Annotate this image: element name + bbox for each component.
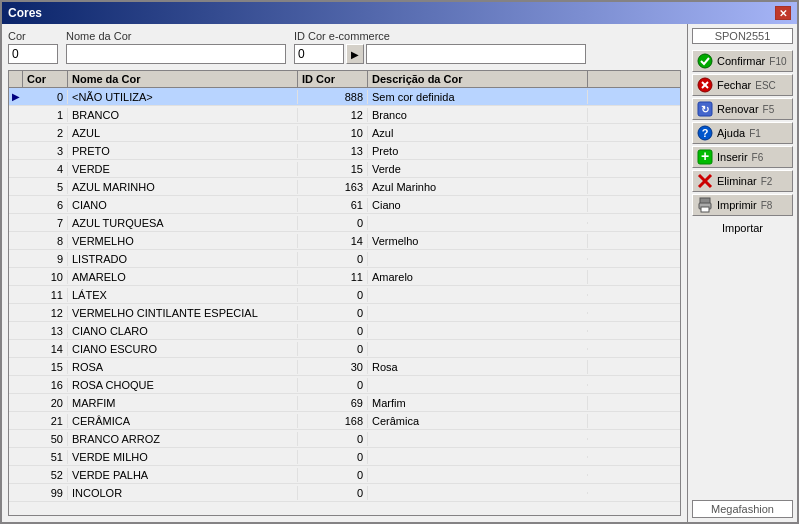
table-body[interactable]: ▶0<NÃO UTILIZA>888Sem cor definida1BRANC… [9, 88, 680, 515]
table-row[interactable]: 8VERMELHO14Vermelho [9, 232, 680, 250]
ajuda-shortcut: F1 [749, 128, 761, 139]
window-title: Cores [8, 6, 42, 20]
main-panel: Cor Nome da Cor ID Cor e-commerce ▶ [2, 24, 687, 522]
table-row[interactable]: 11LÁTEX0 [9, 286, 680, 304]
cell-cor: 9 [23, 252, 68, 266]
cell-id: 0 [298, 432, 368, 446]
insert-icon: + [697, 149, 713, 165]
renovar-button[interactable]: ↻ Renovar F5 [692, 98, 793, 120]
table-row[interactable]: 15ROSA30Rosa [9, 358, 680, 376]
cell-desc [368, 312, 588, 314]
fechar-button[interactable]: Fechar ESC [692, 74, 793, 96]
cell-desc: Marfim [368, 396, 588, 410]
header-id: ID Cor [298, 71, 368, 87]
fechar-label: Fechar [717, 79, 751, 91]
sidebar: SPON2551 Confirmar F10 [687, 24, 797, 522]
table-row[interactable]: 52VERDE PALHA0 [9, 466, 680, 484]
id-ecommerce-input[interactable] [294, 44, 344, 64]
table-row[interactable]: 4VERDE15Verde [9, 160, 680, 178]
fechar-shortcut: ESC [755, 80, 776, 91]
table-row[interactable]: 6CIANO61Ciano [9, 196, 680, 214]
row-indicator: ▶ [9, 91, 23, 102]
cell-nome: CERÂMICA [68, 414, 298, 428]
cell-id: 888 [298, 90, 368, 104]
cell-cor: 11 [23, 288, 68, 302]
help-icon: ? [697, 125, 713, 141]
cell-cor: 5 [23, 180, 68, 194]
cell-cor: 2 [23, 126, 68, 140]
cell-desc [368, 456, 588, 458]
id-ecommerce-desc-input[interactable] [366, 44, 586, 64]
eliminar-button[interactable]: Eliminar F2 [692, 170, 793, 192]
cell-cor: 1 [23, 108, 68, 122]
table-row[interactable]: 16ROSA CHOQUE0 [9, 376, 680, 394]
cell-nome: <NÃO UTILIZA> [68, 90, 298, 104]
cell-nome: ROSA CHOQUE [68, 378, 298, 392]
table-row[interactable]: 14CIANO ESCURO0 [9, 340, 680, 358]
cell-cor: 21 [23, 414, 68, 428]
table-row[interactable]: 1BRANCO12Branco [9, 106, 680, 124]
table-row[interactable]: 13CIANO CLARO0 [9, 322, 680, 340]
cell-id: 14 [298, 234, 368, 248]
table-row[interactable]: 50BRANCO ARROZ0 [9, 430, 680, 448]
cell-id: 69 [298, 396, 368, 410]
arrow-button[interactable]: ▶ [346, 44, 364, 64]
cell-desc: Verde [368, 162, 588, 176]
id-ecommerce-row: ▶ [294, 44, 586, 64]
table-row[interactable]: 7AZUL TURQUESA0 [9, 214, 680, 232]
cell-nome: CIANO CLARO [68, 324, 298, 338]
table-row[interactable]: 20MARFIM69Marfim [9, 394, 680, 412]
table-row[interactable]: 2AZUL10Azul [9, 124, 680, 142]
cell-nome: VERDE MILHO [68, 450, 298, 464]
sidebar-spacer [692, 238, 793, 498]
table-row[interactable]: 51VERDE MILHO0 [9, 448, 680, 466]
renovar-label: Renovar [717, 103, 759, 115]
table-row[interactable]: 5AZUL MARINHO163Azul Marinho [9, 178, 680, 196]
importar-button[interactable]: Importar [692, 220, 793, 236]
inserir-button[interactable]: + Inserir F6 [692, 146, 793, 168]
ajuda-label: Ajuda [717, 127, 745, 139]
cell-id: 0 [298, 450, 368, 464]
cor-input[interactable] [8, 44, 58, 64]
cell-desc: Ciano [368, 198, 588, 212]
cell-nome: BRANCO [68, 108, 298, 122]
table-row[interactable]: 99INCOLOR0 [9, 484, 680, 502]
cell-id: 0 [298, 216, 368, 230]
cell-id: 168 [298, 414, 368, 428]
svg-text:+: + [701, 149, 709, 164]
confirmar-button[interactable]: Confirmar F10 [692, 50, 793, 72]
cell-cor: 99 [23, 486, 68, 500]
cell-nome: VERDE [68, 162, 298, 176]
table-row[interactable]: 9LISTRADO0 [9, 250, 680, 268]
id-ecommerce-group: ID Cor e-commerce ▶ [294, 30, 586, 64]
cor-label: Cor [8, 30, 58, 42]
table-row[interactable]: 10AMARELO11Amarelo [9, 268, 680, 286]
eliminar-label: Eliminar [717, 175, 757, 187]
table-row[interactable]: 12VERMELHO CINTILANTE ESPECIAL0 [9, 304, 680, 322]
cell-id: 15 [298, 162, 368, 176]
table-row[interactable]: ▶0<NÃO UTILIZA>888Sem cor definida [9, 88, 680, 106]
table-row[interactable]: 21CERÂMICA168Cerâmica [9, 412, 680, 430]
cell-nome: ROSA [68, 360, 298, 374]
cell-nome: CIANO [68, 198, 298, 212]
cell-nome: VERMELHO [68, 234, 298, 248]
cell-nome: BRANCO ARROZ [68, 432, 298, 446]
cell-desc: Rosa [368, 360, 588, 374]
close-button[interactable]: ✕ [775, 6, 791, 20]
nome-input[interactable] [66, 44, 286, 64]
cell-cor: 12 [23, 306, 68, 320]
imprimir-shortcut: F8 [761, 200, 773, 211]
table-row[interactable]: 3PRETO13Preto [9, 142, 680, 160]
cell-cor: 4 [23, 162, 68, 176]
imprimir-button[interactable]: Imprimir F8 [692, 194, 793, 216]
ajuda-button[interactable]: ? Ajuda F1 [692, 122, 793, 144]
id-ecommerce-label: ID Cor e-commerce [294, 30, 586, 42]
cell-id: 30 [298, 360, 368, 374]
cell-id: 0 [298, 342, 368, 356]
cell-nome: LISTRADO [68, 252, 298, 266]
cell-id: 0 [298, 468, 368, 482]
content-area: Cor Nome da Cor ID Cor e-commerce ▶ [2, 24, 797, 522]
form-row: Cor Nome da Cor ID Cor e-commerce ▶ [8, 30, 681, 64]
header-cor: Cor [23, 71, 68, 87]
header-desc: Descrição da Cor [368, 71, 588, 87]
